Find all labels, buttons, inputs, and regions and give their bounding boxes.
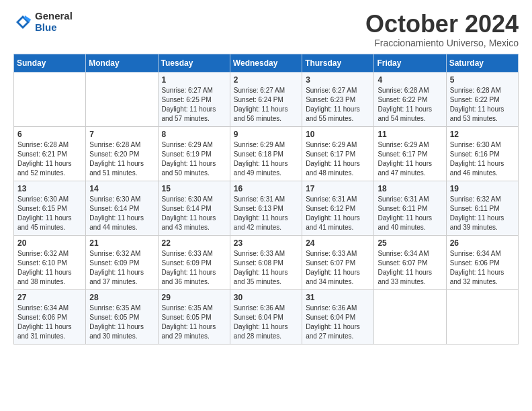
location-subtitle: Fraccionamiento Universo, Mexico	[365, 38, 519, 48]
calendar-cell: 6Sunrise: 6:28 AMSunset: 6:21 PMDaylight…	[14, 126, 86, 181]
day-info: Sunrise: 6:29 AMSunset: 6:19 PMDaylight:…	[162, 140, 226, 178]
header-day-monday: Monday	[86, 54, 158, 72]
day-info: Sunrise: 6:28 AMSunset: 6:21 PMDaylight:…	[17, 140, 82, 178]
day-info: Sunrise: 6:34 AMSunset: 6:06 PMDaylight:…	[450, 249, 515, 287]
day-number: 8	[162, 130, 226, 139]
day-number: 27	[17, 293, 82, 302]
calendar-week-row: 1Sunrise: 6:27 AMSunset: 6:25 PMDaylight…	[14, 72, 519, 126]
calendar-cell: 24Sunrise: 6:33 AMSunset: 6:07 PMDayligh…	[302, 235, 374, 289]
calendar-cell: 8Sunrise: 6:29 AMSunset: 6:19 PMDaylight…	[158, 126, 230, 181]
logo-text: General Blue	[35, 11, 73, 33]
day-info: Sunrise: 6:30 AMSunset: 6:15 PMDaylight:…	[17, 195, 82, 232]
day-info: Sunrise: 6:34 AMSunset: 6:07 PMDaylight:…	[378, 249, 442, 287]
calendar-cell	[86, 72, 158, 126]
calendar-cell: 10Sunrise: 6:29 AMSunset: 6:17 PMDayligh…	[302, 126, 374, 181]
calendar-cell: 28Sunrise: 6:35 AMSunset: 6:05 PMDayligh…	[86, 289, 158, 344]
day-info: Sunrise: 6:28 AMSunset: 6:22 PMDaylight:…	[378, 86, 442, 124]
calendar-cell: 12Sunrise: 6:30 AMSunset: 6:16 PMDayligh…	[446, 126, 518, 181]
calendar-week-row: 20Sunrise: 6:32 AMSunset: 6:10 PMDayligh…	[14, 235, 519, 289]
day-number: 7	[89, 130, 154, 139]
day-info: Sunrise: 6:27 AMSunset: 6:25 PMDaylight:…	[162, 86, 226, 124]
day-number: 30	[234, 293, 298, 302]
calendar-cell: 18Sunrise: 6:31 AMSunset: 6:11 PMDayligh…	[374, 181, 446, 235]
header-day-thursday: Thursday	[302, 54, 374, 72]
header-day-sunday: Sunday	[14, 54, 86, 72]
day-number: 3	[306, 75, 370, 85]
day-info: Sunrise: 6:36 AMSunset: 6:04 PMDaylight:…	[234, 304, 298, 341]
calendar-cell: 4Sunrise: 6:28 AMSunset: 6:22 PMDaylight…	[374, 72, 446, 126]
calendar-cell: 31Sunrise: 6:36 AMSunset: 6:04 PMDayligh…	[302, 289, 374, 344]
day-info: Sunrise: 6:28 AMSunset: 6:20 PMDaylight:…	[89, 140, 154, 178]
month-title: October 2024	[365, 11, 519, 38]
day-number: 15	[162, 184, 226, 193]
calendar-cell: 27Sunrise: 6:34 AMSunset: 6:06 PMDayligh…	[14, 289, 86, 344]
calendar-cell: 16Sunrise: 6:31 AMSunset: 6:13 PMDayligh…	[230, 181, 302, 235]
day-number: 12	[450, 130, 515, 139]
calendar-cell: 1Sunrise: 6:27 AMSunset: 6:25 PMDaylight…	[158, 72, 230, 126]
page-header: General Blue October 2024 Fraccionamient…	[13, 11, 519, 48]
calendar-cell: 21Sunrise: 6:32 AMSunset: 6:09 PMDayligh…	[86, 235, 158, 289]
calendar-cell: 14Sunrise: 6:30 AMSunset: 6:14 PMDayligh…	[86, 181, 158, 235]
calendar-cell: 30Sunrise: 6:36 AMSunset: 6:04 PMDayligh…	[230, 289, 302, 344]
day-number: 2	[234, 75, 298, 85]
day-info: Sunrise: 6:31 AMSunset: 6:13 PMDaylight:…	[234, 195, 298, 232]
calendar-cell	[14, 72, 86, 126]
calendar-cell: 15Sunrise: 6:30 AMSunset: 6:14 PMDayligh…	[158, 181, 230, 235]
calendar-header-row: SundayMondayTuesdayWednesdayThursdayFrid…	[14, 54, 519, 72]
day-info: Sunrise: 6:27 AMSunset: 6:24 PMDaylight:…	[234, 86, 298, 124]
day-number: 21	[89, 238, 154, 248]
day-info: Sunrise: 6:36 AMSunset: 6:04 PMDaylight:…	[306, 304, 370, 341]
calendar-cell: 29Sunrise: 6:35 AMSunset: 6:05 PMDayligh…	[158, 289, 230, 344]
day-info: Sunrise: 6:29 AMSunset: 6:18 PMDaylight:…	[234, 140, 298, 178]
day-info: Sunrise: 6:28 AMSunset: 6:22 PMDaylight:…	[450, 86, 515, 124]
calendar-week-row: 13Sunrise: 6:30 AMSunset: 6:15 PMDayligh…	[14, 181, 519, 235]
calendar-cell	[374, 289, 446, 344]
day-info: Sunrise: 6:35 AMSunset: 6:05 PMDaylight:…	[89, 304, 154, 341]
day-number: 5	[450, 75, 515, 85]
day-info: Sunrise: 6:32 AMSunset: 6:10 PMDaylight:…	[17, 249, 82, 287]
day-info: Sunrise: 6:31 AMSunset: 6:12 PMDaylight:…	[306, 195, 370, 232]
day-number: 28	[89, 293, 154, 302]
day-number: 17	[306, 184, 370, 193]
day-number: 10	[306, 130, 370, 139]
day-number: 13	[17, 184, 82, 193]
day-number: 9	[234, 130, 298, 139]
calendar-cell: 20Sunrise: 6:32 AMSunset: 6:10 PMDayligh…	[14, 235, 86, 289]
logo-icon	[13, 13, 32, 32]
day-number: 26	[450, 238, 515, 248]
day-info: Sunrise: 6:32 AMSunset: 6:11 PMDaylight:…	[450, 195, 515, 232]
calendar-cell: 22Sunrise: 6:33 AMSunset: 6:09 PMDayligh…	[158, 235, 230, 289]
day-info: Sunrise: 6:34 AMSunset: 6:06 PMDaylight:…	[17, 304, 82, 341]
day-number: 25	[378, 238, 442, 248]
day-info: Sunrise: 6:33 AMSunset: 6:07 PMDaylight:…	[306, 249, 370, 287]
calendar-cell: 5Sunrise: 6:28 AMSunset: 6:22 PMDaylight…	[446, 72, 518, 126]
day-number: 31	[306, 293, 370, 302]
day-number: 20	[17, 238, 82, 248]
calendar-table: SundayMondayTuesdayWednesdayThursdayFrid…	[13, 54, 519, 345]
logo-general-text: General	[35, 11, 73, 22]
calendar-cell: 25Sunrise: 6:34 AMSunset: 6:07 PMDayligh…	[374, 235, 446, 289]
calendar-cell: 7Sunrise: 6:28 AMSunset: 6:20 PMDaylight…	[86, 126, 158, 181]
header-day-tuesday: Tuesday	[158, 54, 230, 72]
day-info: Sunrise: 6:29 AMSunset: 6:17 PMDaylight:…	[306, 140, 370, 178]
day-number: 22	[162, 238, 226, 248]
day-info: Sunrise: 6:31 AMSunset: 6:11 PMDaylight:…	[378, 195, 442, 232]
calendar-cell: 19Sunrise: 6:32 AMSunset: 6:11 PMDayligh…	[446, 181, 518, 235]
calendar-cell: 2Sunrise: 6:27 AMSunset: 6:24 PMDaylight…	[230, 72, 302, 126]
logo-blue-text: Blue	[35, 22, 73, 34]
day-number: 6	[17, 130, 82, 139]
day-info: Sunrise: 6:30 AMSunset: 6:14 PMDaylight:…	[162, 195, 226, 232]
day-number: 24	[306, 238, 370, 248]
day-info: Sunrise: 6:30 AMSunset: 6:14 PMDaylight:…	[89, 195, 154, 232]
day-number: 18	[378, 184, 442, 193]
day-info: Sunrise: 6:35 AMSunset: 6:05 PMDaylight:…	[162, 304, 226, 341]
calendar-cell: 9Sunrise: 6:29 AMSunset: 6:18 PMDaylight…	[230, 126, 302, 181]
day-info: Sunrise: 6:29 AMSunset: 6:17 PMDaylight:…	[378, 140, 442, 178]
day-number: 23	[234, 238, 298, 248]
day-number: 19	[450, 184, 515, 193]
calendar-cell	[446, 289, 518, 344]
calendar-week-row: 6Sunrise: 6:28 AMSunset: 6:21 PMDaylight…	[14, 126, 519, 181]
day-number: 29	[162, 293, 226, 302]
calendar-cell: 13Sunrise: 6:30 AMSunset: 6:15 PMDayligh…	[14, 181, 86, 235]
day-info: Sunrise: 6:27 AMSunset: 6:23 PMDaylight:…	[306, 86, 370, 124]
